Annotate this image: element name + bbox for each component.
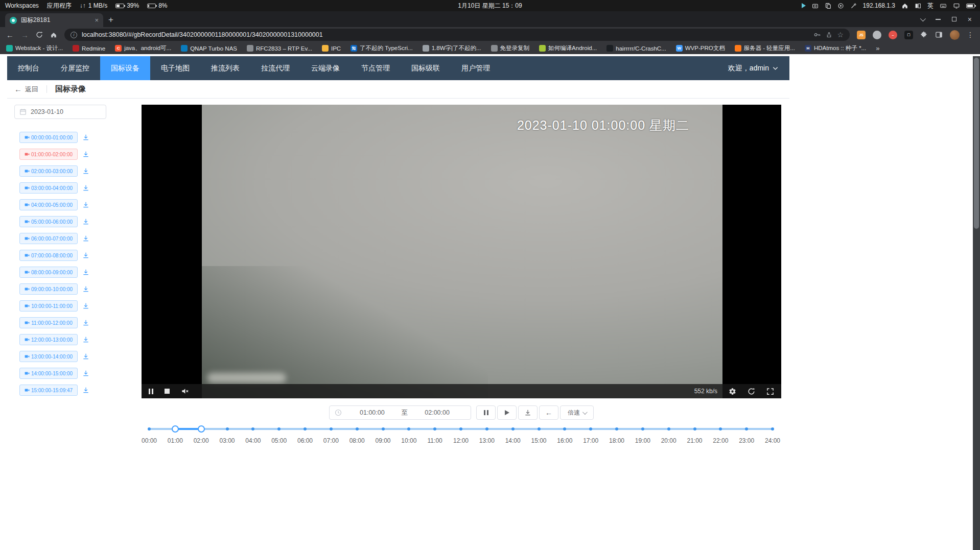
bookmark-item[interactable]: QNAP Turbo NAS — [181, 45, 237, 52]
segment-chip-2[interactable]: 02:00:00-03:00:00 — [19, 165, 78, 177]
player-settings-button[interactable] — [729, 388, 736, 395]
segment-download-button[interactable] — [82, 353, 89, 360]
segment-download-button[interactable] — [82, 387, 89, 394]
segment-download-button[interactable] — [82, 302, 89, 309]
timeline-handle[interactable] — [198, 425, 205, 433]
window-minimize-button[interactable] — [936, 19, 941, 20]
os-clock[interactable]: 1月10日 星期二 15：09 — [458, 2, 522, 10]
language-indicator[interactable]: 英 — [927, 2, 934, 10]
segment-chip-9[interactable]: 09:00:00-10:00:00 — [19, 283, 78, 295]
segment-chip-3[interactable]: 03:00:00-04:00:00 — [19, 182, 78, 194]
segment-download-button[interactable] — [82, 218, 89, 225]
browser-menu-icon[interactable]: ⋮ — [967, 31, 974, 39]
nav-item-node-manage[interactable]: 节点管理 — [351, 56, 401, 80]
extension-generic-icon[interactable] — [873, 31, 881, 39]
segment-chip-7[interactable]: 07:00:00-08:00:00 — [19, 250, 78, 261]
segment-download-button[interactable] — [82, 201, 89, 208]
tools-icon[interactable] — [850, 3, 857, 9]
seek-back-button[interactable]: ← — [539, 405, 558, 420]
site-info-icon[interactable]: i — [71, 32, 77, 38]
user-menu[interactable]: 欢迎，admin — [728, 56, 789, 80]
segment-download-button[interactable] — [82, 134, 89, 141]
video-player[interactable]: 2023-01-10 01:00:00 星期二 552 kb/s — [142, 105, 781, 398]
bookmark-item[interactable]: 知 了不起的 TypeScri... — [351, 44, 413, 52]
bookmark-item[interactable]: 免登录复制 — [491, 44, 530, 52]
media-play-icon[interactable] — [802, 3, 806, 8]
window-menu-chevron-icon[interactable] — [920, 15, 926, 21]
player-fullscreen-button[interactable] — [766, 388, 774, 395]
window-maximize-button[interactable] — [952, 17, 956, 21]
bookmark-item[interactable]: C java、android可... — [115, 44, 171, 52]
segment-download-button[interactable] — [82, 336, 89, 343]
home-button[interactable] — [50, 31, 57, 38]
segment-download-button[interactable] — [82, 285, 89, 293]
bookmark-item[interactable]: hairrrrr/C-CrashC... — [606, 45, 666, 52]
segment-chip-10[interactable]: 10:00:00-11:00:00 — [19, 300, 78, 312]
date-picker-input[interactable]: 2023-01-10 — [14, 105, 106, 119]
keyboard-icon[interactable] — [940, 3, 947, 9]
segment-download-button[interactable] — [82, 370, 89, 377]
segment-download-button[interactable] — [82, 319, 89, 326]
forward-button[interactable]: → — [21, 31, 29, 39]
segment-chip-0[interactable]: 00:00:00-01:00:00 — [19, 132, 78, 143]
bookmark-item[interactable]: H HDAtmos :: 种子 *... — [805, 44, 866, 52]
nav-item-push-list[interactable]: 推流列表 — [200, 56, 250, 80]
browser-scrollbar[interactable] — [973, 56, 980, 550]
segment-chip-1[interactable]: 01:00:00-02:00:00 — [19, 149, 78, 160]
color-picker-icon[interactable] — [837, 3, 844, 9]
ip-address-label[interactable]: 192.168.1.3 — [863, 2, 895, 9]
bookmark-item[interactable]: IPC — [322, 45, 341, 52]
browser-tab[interactable]: 国标28181 × — [5, 13, 103, 27]
workspaces-button[interactable]: Workspaces — [5, 2, 39, 9]
applications-menu[interactable]: 应用程序 — [47, 2, 72, 10]
profile-avatar[interactable] — [950, 30, 960, 40]
bookmark-item[interactable]: W WVP-PRO文档 — [676, 44, 725, 52]
bookmark-item[interactable]: Redmine — [73, 45, 105, 52]
player-stop-button[interactable] — [165, 389, 170, 394]
player-mute-button[interactable] — [181, 388, 189, 395]
segment-download-button[interactable] — [82, 184, 89, 192]
side-panel-icon[interactable] — [935, 31, 943, 38]
bookmark-item[interactable]: Webstack - 设计... — [6, 44, 63, 52]
speed-dropdown[interactable]: 倍速 — [560, 405, 594, 420]
extension-js-icon[interactable]: JS — [857, 31, 866, 39]
segment-download-button[interactable] — [82, 168, 89, 175]
segment-chip-12[interactable]: 12:00:00-13:00:00 — [19, 334, 78, 345]
nav-item-pull-proxy[interactable]: 拉流代理 — [250, 56, 300, 80]
screenshot-icon[interactable] — [812, 3, 819, 9]
segment-chip-11[interactable]: 11:00:00-12:00:00 — [19, 317, 78, 328]
bookmark-item[interactable]: 服务器 - 轻量应用... — [735, 44, 795, 52]
segment-chip-8[interactable]: 08:00:00-09:00:00 — [19, 267, 78, 278]
start-time-value[interactable]: 01:00:00 — [344, 409, 401, 416]
segment-chip-14[interactable]: 14:00:00-15:00:00 — [19, 368, 78, 379]
segment-chip-13[interactable]: 13:00:00-14:00:00 — [19, 351, 78, 362]
nav-item-cloud-record[interactable]: 云端录像 — [300, 56, 351, 80]
address-bar[interactable]: i localhost:38080/#/gbRecordDetail/34020… — [64, 29, 850, 41]
time-range-input[interactable]: 01:00:00 至 02:00:00 — [329, 405, 471, 420]
back-button[interactable]: ← — [6, 31, 14, 39]
nav-item-gb-devices[interactable]: 国标设备 — [100, 56, 150, 80]
pause-button[interactable] — [476, 405, 496, 420]
download-button[interactable] — [518, 405, 538, 420]
battery-status-icon[interactable] — [966, 4, 975, 8]
nav-item-gb-cascade[interactable]: 国标级联 — [401, 56, 451, 80]
clipboard-icon[interactable] — [825, 3, 831, 9]
bookmark-item[interactable]: RFC2833 – RTP Ev... — [247, 45, 312, 52]
end-time-value[interactable]: 02:00:00 — [409, 409, 465, 416]
extension-recorder-icon[interactable]: ▢ — [904, 31, 913, 39]
playback-timeline[interactable]: 00:0001:0002:0003:0004:0005:0006:0007:00… — [149, 424, 773, 448]
segment-download-button[interactable] — [82, 252, 89, 259]
extension-blocker-icon[interactable]: – — [889, 31, 897, 39]
share-icon[interactable] — [826, 31, 832, 38]
segment-download-button[interactable] — [82, 235, 89, 242]
nav-item-e-map[interactable]: 电子地图 — [150, 56, 200, 80]
tab-close-icon[interactable]: × — [95, 17, 99, 23]
segment-download-button[interactable] — [82, 151, 89, 158]
extensions-puzzle-icon[interactable] — [920, 31, 928, 39]
segment-chip-6[interactable]: 06:00:00-07:00:00 — [19, 233, 78, 244]
new-tab-button[interactable]: + — [108, 15, 113, 25]
bookmark-star-icon[interactable]: ☆ — [837, 31, 844, 39]
bookmark-item[interactable]: 如何编译Android... — [539, 44, 597, 52]
nav-item-dashboard[interactable]: 控制台 — [7, 56, 50, 80]
home-icon[interactable] — [901, 2, 908, 9]
